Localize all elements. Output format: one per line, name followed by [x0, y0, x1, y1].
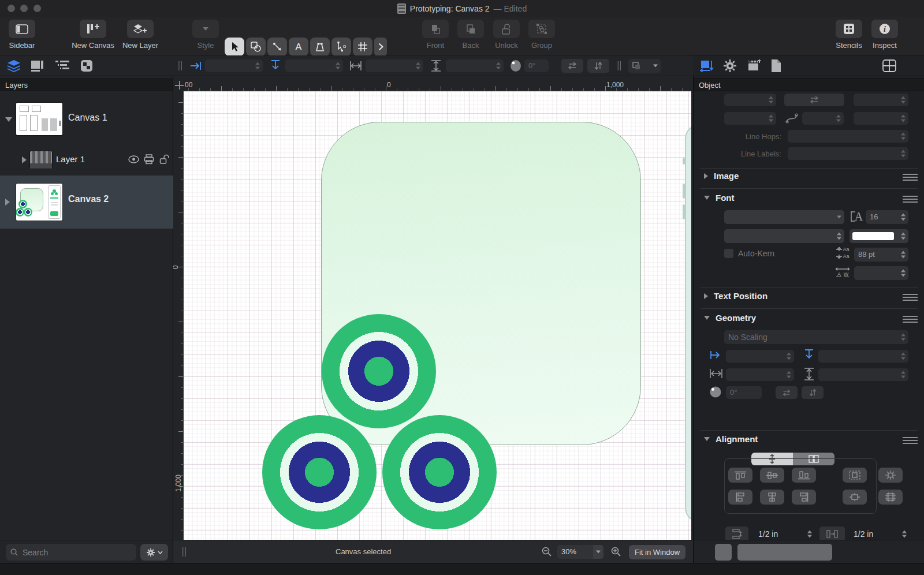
phone-button-shape[interactable]	[683, 184, 685, 199]
new-layer-button[interactable]: New Layer	[119, 20, 162, 50]
stepper-icon[interactable]	[901, 214, 906, 221]
style-dropdown[interactable]: Style	[192, 20, 219, 50]
align-horizontal-centers-button[interactable]	[760, 490, 784, 505]
status-bar-handle[interactable]	[182, 547, 186, 557]
geometry-x-field[interactable]	[726, 350, 794, 363]
stencils-button[interactable]: Stencils	[834, 20, 864, 50]
section-menu-icon[interactable]	[903, 316, 918, 323]
flip-horizontal-button[interactable]	[561, 59, 583, 73]
phone-button-shape[interactable]	[683, 204, 685, 219]
font-color-well[interactable]	[850, 229, 908, 243]
unlock-button[interactable]: Unlock	[493, 20, 520, 50]
layer-row-canvas-1[interactable]: Canvas 1	[0, 95, 173, 143]
swap-endpoints-button[interactable]	[784, 94, 844, 106]
line-spacing-field[interactable]: 88 pt	[854, 248, 908, 262]
send-back-button[interactable]: Back	[457, 20, 484, 50]
line-tool-button[interactable]	[267, 38, 287, 56]
rotation-knob[interactable]	[510, 59, 521, 72]
disclosure-triangle-icon[interactable]	[22, 156, 27, 163]
new-canvas-button[interactable]: New Canvas	[69, 20, 117, 50]
pen-tool-button[interactable]	[310, 38, 330, 56]
inspect-button[interactable]: i Inspect	[870, 20, 900, 50]
rotation-knob[interactable]	[710, 386, 721, 398]
tab-properties-inspector[interactable]	[723, 59, 737, 73]
shape-style-dropdown[interactable]	[628, 59, 661, 73]
section-menu-icon[interactable]	[903, 437, 918, 444]
tab-outline[interactable]	[55, 60, 70, 72]
section-menu-icon[interactable]	[903, 294, 918, 301]
artboard-tool-button[interactable]	[353, 38, 372, 56]
line-type-field[interactable]	[724, 112, 776, 125]
geometry-y-field[interactable]	[818, 350, 908, 363]
spread-objects-button[interactable]	[843, 490, 867, 505]
geometry-section-header[interactable]: Geometry	[704, 313, 756, 323]
canvas-page[interactable]	[184, 91, 691, 540]
align-to-canvas-button[interactable]	[843, 468, 867, 483]
curvature-field[interactable]	[802, 112, 844, 125]
stepper-icon[interactable]	[496, 62, 501, 70]
geometry-height-field[interactable]	[818, 368, 908, 381]
layer-row-layer-1[interactable]: Layer 1	[0, 145, 173, 174]
horizontal-ruler[interactable]: 00 0 1,000	[184, 79, 691, 91]
inspector-bottom-wide-button[interactable]	[737, 544, 832, 561]
sidebar-action-menu-button[interactable]	[140, 544, 168, 561]
stepper-icon[interactable]	[901, 270, 906, 277]
align-left-edges-button[interactable]	[728, 490, 752, 505]
inspector-bottom-square-button[interactable]	[715, 544, 732, 561]
sidebar-toggle[interactable]: Sidebar	[6, 20, 38, 50]
section-menu-icon[interactable]	[903, 174, 918, 181]
tab-objects[interactable]	[80, 59, 93, 72]
width-field[interactable]	[366, 59, 423, 72]
search-input[interactable]	[21, 547, 120, 558]
geometry-width-field[interactable]	[726, 368, 794, 381]
distribute-on-grid-button[interactable]	[878, 490, 903, 505]
stepper-icon[interactable]	[901, 251, 906, 259]
phone-button-shape[interactable]	[683, 158, 685, 165]
bullseye-shape-top[interactable]	[322, 314, 436, 428]
group-button[interactable]: Group	[528, 20, 555, 50]
line-hops-dropdown[interactable]	[788, 130, 908, 143]
alignment-section-header[interactable]: Alignment	[704, 434, 758, 444]
line-style-field[interactable]	[724, 94, 776, 106]
point-editor-tool-button[interactable]	[331, 38, 351, 56]
layer-print-icon[interactable]	[144, 154, 154, 165]
phone-outline-shape[interactable]	[685, 125, 691, 522]
layer-visible-icon[interactable]	[128, 155, 139, 163]
section-menu-icon[interactable]	[903, 196, 918, 203]
zoom-out-icon[interactable]	[542, 547, 552, 557]
disclosure-triangle-icon[interactable]	[5, 117, 12, 122]
stepper-icon[interactable]	[807, 530, 813, 537]
font-size-field[interactable]: 16	[866, 210, 908, 224]
layer-row-canvas-2-selected[interactable]: Canvas 2	[0, 176, 173, 229]
format-bar-handle[interactable]	[178, 61, 182, 70]
align-bottom-edges-button[interactable]	[792, 468, 816, 483]
stepper-icon[interactable]	[901, 233, 906, 240]
align-to-grid-button[interactable]	[878, 468, 903, 483]
text-tool-button[interactable]: A	[289, 38, 308, 56]
rotation-field[interactable]: 0°	[524, 59, 549, 72]
auto-kern-checkbox[interactable]	[724, 249, 733, 258]
text-position-section-header[interactable]: Text Position	[704, 291, 767, 301]
fit-in-window-button[interactable]: Fit in Window	[629, 545, 685, 559]
font-section-header[interactable]: Font	[704, 193, 734, 203]
character-width-field[interactable]	[854, 266, 908, 280]
x-position-field[interactable]	[205, 59, 263, 72]
stepper-icon[interactable]	[255, 62, 260, 70]
image-section-header[interactable]: Image	[704, 171, 739, 181]
align-top-edges-button[interactable]	[728, 468, 752, 483]
stepper-icon[interactable]	[902, 530, 907, 537]
shape-tool-button[interactable]	[246, 38, 266, 56]
format-bar-handle-2[interactable]	[617, 61, 621, 70]
flip-vertical-button[interactable]	[587, 59, 609, 73]
align-right-edges-button[interactable]	[792, 490, 816, 505]
typeface-dropdown[interactable]	[724, 229, 844, 243]
line-end-field[interactable]	[854, 94, 908, 106]
font-family-dropdown[interactable]	[724, 210, 844, 224]
curve-amount-field[interactable]	[854, 112, 908, 125]
zoom-level-dropdown[interactable]: 30%	[557, 545, 603, 559]
flip-horizontal-button[interactable]	[776, 386, 798, 399]
search-field[interactable]	[6, 544, 136, 561]
bullseye-shape-bottom-right[interactable]	[382, 415, 497, 529]
zoom-in-icon[interactable]	[611, 547, 621, 557]
line-labels-dropdown[interactable]	[788, 147, 908, 160]
